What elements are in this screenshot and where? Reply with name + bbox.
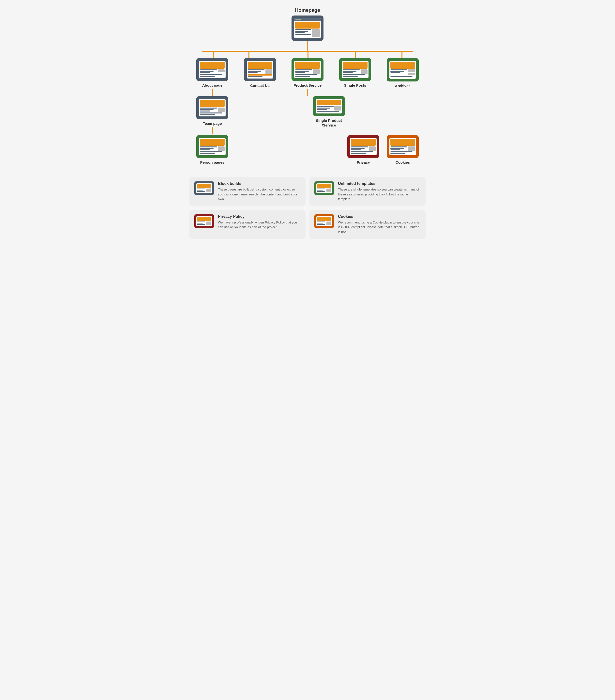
singlepost-node: Single Posts <box>339 58 371 96</box>
contact-card <box>244 58 276 81</box>
about-node: About page <box>196 58 228 96</box>
legend-block-builds-desc: These pages are built using custom conte… <box>218 187 300 202</box>
product-node: Product/Service <box>292 58 323 96</box>
vline-about-team <box>212 89 213 96</box>
legend-cookies: Cookies We recommend using a Cookie plug… <box>309 210 426 239</box>
team-label: Team page <box>203 121 222 126</box>
legend-unlimited-title: Unlimited templates <box>338 182 421 186</box>
team-node: Team page <box>196 96 228 135</box>
person-label: Person pages <box>200 160 225 165</box>
vline-to-archives <box>401 51 402 58</box>
vline-to-product <box>307 51 308 58</box>
privacy-label: Privacy <box>357 160 370 165</box>
vline-to-contact <box>248 51 249 58</box>
singleprod-card <box>313 96 345 116</box>
site-map-diagram: Homepage <box>189 8 426 165</box>
vline-to-singlepost <box>355 51 356 58</box>
legend-block-builds-icon <box>194 182 214 195</box>
team-card <box>196 96 228 119</box>
level2-spacer <box>228 96 313 135</box>
singlepost-card <box>339 58 371 81</box>
level2-row: Team page <box>189 96 426 135</box>
privacy-card <box>347 135 379 158</box>
level3-row: Person pages <box>189 135 426 165</box>
privacy-node: Privacy <box>347 135 379 165</box>
homepage-label: Homepage <box>295 8 320 13</box>
legend-block-builds-text: Block builds These pages are built using… <box>218 182 300 202</box>
legend-block-builds: Block builds These pages are built using… <box>189 177 306 206</box>
vline-product-singleprod <box>307 89 308 96</box>
legend-privacy-title: Privacy Policy <box>218 214 300 219</box>
level1-container: About page <box>189 51 426 96</box>
singleprod-label: Single Product/Service <box>316 118 342 128</box>
contact-node: Contact Us <box>244 58 276 96</box>
cookies-card <box>387 135 419 158</box>
vline-homepage-down <box>307 41 308 51</box>
legend-block-builds-title: Block builds <box>218 182 300 186</box>
vline-to-about <box>213 51 214 58</box>
legend-unlimited-desc: These are single templates so you can cr… <box>338 187 421 202</box>
legend-unlimited-text: Unlimited templates These are single tem… <box>338 182 421 202</box>
about-card <box>196 58 228 81</box>
legend-unlimited-icon <box>315 182 334 195</box>
homepage-node <box>292 15 323 51</box>
legend-privacy-icon <box>194 214 214 228</box>
archives-card <box>387 58 419 82</box>
archives-label: Archives <box>395 84 410 88</box>
contact-label: Contact Us <box>250 83 270 88</box>
product-label: Product/Service <box>294 83 321 88</box>
legend-cookies-text: Cookies We recommend using a Cookie plug… <box>338 214 421 235</box>
legend-cookies-title: Cookies <box>338 214 421 219</box>
legend-unlimited-templates: Unlimited templates These are single tem… <box>309 177 426 206</box>
cookies-node: Cookies <box>387 135 419 165</box>
product-card <box>292 58 323 81</box>
legend-cookies-icon <box>315 214 334 228</box>
legend-privacy: Privacy Policy We have a professionally … <box>189 210 306 239</box>
singlepost-label: Single Posts <box>344 83 366 88</box>
person-card <box>196 135 228 158</box>
vline-team-person <box>212 127 213 134</box>
legend-section: Block builds These pages are built using… <box>189 177 426 239</box>
singleprod-node: Single Product/Service <box>313 96 345 135</box>
homepage-card <box>292 15 323 41</box>
level3-container: Person pages <box>189 135 426 165</box>
person-node: Person pages <box>196 135 228 165</box>
cookies-label: Cookies <box>396 160 410 165</box>
legend-privacy-desc: We have a professionally written Privacy… <box>218 220 300 230</box>
archives-node: Archives <box>387 58 419 96</box>
level2-container: Team page <box>189 96 426 135</box>
legend-privacy-text: Privacy Policy We have a professionally … <box>218 214 300 230</box>
legend-cookies-desc: We recommend using a Cookie plugin to en… <box>338 220 421 235</box>
about-label: About page <box>202 83 223 88</box>
